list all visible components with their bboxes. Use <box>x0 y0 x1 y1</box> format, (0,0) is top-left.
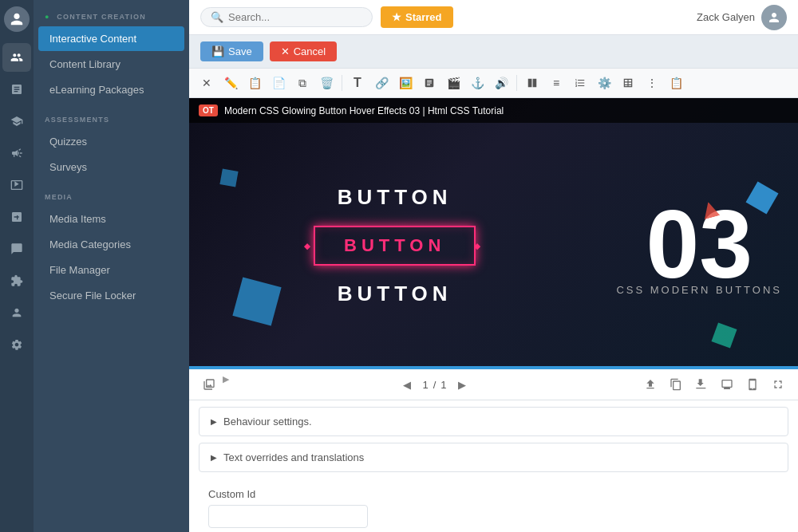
toolbar-btn-copy[interactable]: 📋 <box>243 72 266 94</box>
nav-icon-upload[interactable] <box>640 374 661 395</box>
toolbar-btn-table[interactable] <box>617 72 639 94</box>
toolbar-btn-menu[interactable]: ⋮ <box>641 72 663 94</box>
save-icon: 💾 <box>211 45 224 57</box>
sidebar-item-interactive-content[interactable]: Interactive Content <box>38 26 184 51</box>
toolbar-btn-edit[interactable]: ✏️ <box>219 72 242 94</box>
nav-page-info: ◀ 1 / 1 ▶ <box>397 374 472 395</box>
toolbar-btn-list-unordered[interactable]: ≡ <box>545 72 567 94</box>
ot-badge: OT <box>199 104 218 116</box>
rail-icon-megaphone[interactable] <box>2 139 31 167</box>
section-label-media: Media <box>34 180 189 206</box>
nav-icon-fullscreen[interactable] <box>768 374 788 395</box>
nav-prev-btn[interactable]: ◀ <box>397 374 417 395</box>
toolbar-btn-text[interactable]: T <box>346 72 369 94</box>
right-side: 03 CSS MODERN BUTTONS <box>584 196 782 296</box>
video-title-bar: OT Modern CSS Glowing Button Hover Effec… <box>189 98 798 123</box>
toolbar-btn-image[interactable]: 🖼️ <box>394 72 417 94</box>
nav-page-current: 1 <box>422 379 428 391</box>
toolbar-btn-delete[interactable]: 🗑️ <box>315 72 338 94</box>
star-icon: ★ <box>392 11 401 23</box>
toolbar-separator-2 <box>516 75 517 91</box>
behaviour-header[interactable]: ▶ Behaviour settings. <box>200 408 788 435</box>
toolbar-btn-columns[interactable] <box>521 72 543 94</box>
sidebar-item-media-categories[interactable]: Media Categories <box>38 232 184 257</box>
nav-page-total: 1 <box>440 379 446 391</box>
rail-icon-courses[interactable] <box>2 107 31 136</box>
nav-icon-tablet[interactable] <box>742 374 763 395</box>
toolbar-btn-link[interactable]: 🔗 <box>370 72 393 94</box>
rail-icon-person[interactable] <box>2 298 31 327</box>
css-label: CSS MODERN BUTTONS <box>616 284 782 296</box>
translations-section: ▶ Text overrides and translations <box>199 443 788 472</box>
sidebar-item-secure-file-locker[interactable]: Secure File Locker <box>38 283 184 308</box>
sidebar: ● Content Creation Interactive Content C… <box>34 0 189 532</box>
editor-toolbar: ✕ ✏️ 📋 📄 ⧉ 🗑️ T 🔗 🖼️ 🎬 ⚓ 🔊 ≡ ⚙️ <box>189 69 798 98</box>
user-avatar[interactable] <box>761 5 787 30</box>
shape-green <box>711 322 737 348</box>
cancel-button[interactable]: ✕ Cancel <box>270 41 337 61</box>
save-button[interactable]: 💾 Save <box>200 41 263 61</box>
user-info: Zack Galyen <box>697 5 787 30</box>
toolbar-btn-cross[interactable]: ✕ <box>196 72 218 94</box>
nav-icon-monitor[interactable] <box>717 374 737 395</box>
starred-button[interactable]: ★ Starred <box>381 6 453 28</box>
nav-right-icons <box>640 374 788 395</box>
action-bar: 💾 Save ✕ Cancel <box>189 35 798 69</box>
toolbar-btn-clipboard[interactable]: 📋 <box>665 72 687 94</box>
toolbar-btn-paste[interactable]: 📄 <box>267 72 290 94</box>
toolbar-btn-audio[interactable]: 🔊 <box>490 72 512 94</box>
demo-btn-outline: BUTTON <box>338 282 452 306</box>
custom-id-input[interactable] <box>208 505 368 528</box>
video-nav: ▶ ◀ 1 / 1 ▶ <box>189 369 798 400</box>
rail-icon-settings[interactable] <box>2 330 31 359</box>
section-label-assessments: Assessments <box>34 103 189 128</box>
user-avatar-small[interactable] <box>4 6 30 32</box>
behaviour-label: Behaviour settings. <box>223 416 312 428</box>
toolbar-separator-1 <box>342 75 342 91</box>
demo-btn-neon: BUTTON <box>314 226 476 266</box>
user-name: Zack Galyen <box>697 11 755 23</box>
custom-id-section: Custom Id <box>189 479 798 532</box>
nav-icon-screenshot[interactable] <box>199 374 219 395</box>
toolbar-btn-video[interactable]: 🎬 <box>442 72 464 94</box>
sidebar-item-surveys[interactable]: Surveys <box>38 155 184 179</box>
nav-icon-export[interactable] <box>691 374 712 395</box>
toolbar-btn-media-embed[interactable] <box>418 72 440 94</box>
section-label-content-creation: ● Content Creation <box>34 0 189 26</box>
editor-area: ✕ ✏️ 📋 📄 ⧉ 🗑️ T 🔗 🖼️ 🎬 ⚓ 🔊 ≡ ⚙️ <box>189 69 798 532</box>
toolbar-btn-duplicate[interactable]: ⧉ <box>291 72 314 94</box>
sidebar-item-quizzes[interactable]: Quizzes <box>38 129 184 154</box>
translations-header[interactable]: ▶ Text overrides and translations <box>200 443 788 471</box>
video-title-text: Modern CSS Glowing Button Hover Effects … <box>224 105 504 116</box>
video-content: BUTTON BUTTON BUTTON 03 CSS MODERN BUTTO… <box>189 122 798 369</box>
video-container: OT Modern CSS Glowing Button Hover Effec… <box>189 98 798 369</box>
selection-line <box>189 366 798 369</box>
search-box[interactable]: 🔍 <box>200 7 373 27</box>
translations-chevron: ▶ <box>211 453 217 462</box>
sidebar-item-content-library[interactable]: Content Library <box>38 52 184 77</box>
translations-label: Text overrides and translations <box>223 451 364 463</box>
nav-left-icons: ▶ <box>199 374 229 395</box>
demo-btn-plain: BUTTON <box>338 185 452 210</box>
custom-id-label: Custom Id <box>208 488 779 500</box>
behaviour-section: ▶ Behaviour settings. <box>199 407 788 436</box>
toolbar-btn-anchor[interactable]: ⚓ <box>466 72 488 94</box>
rail-icon-puzzle[interactable] <box>2 266 31 295</box>
rail-icon-media[interactable] <box>2 171 31 199</box>
big-number: 03 <box>646 196 752 292</box>
rail-icon-users[interactable] <box>2 43 31 72</box>
sidebar-item-elearning-packages[interactable]: eLearning Packages <box>38 77 184 102</box>
sidebar-item-media-items[interactable]: Media Items <box>38 207 184 231</box>
nav-page-sep: / <box>433 379 437 391</box>
nav-icon-caret: ▶ <box>223 374 229 395</box>
nav-icon-copy-slide[interactable] <box>666 374 686 395</box>
cancel-icon: ✕ <box>281 45 290 57</box>
search-input[interactable] <box>228 11 362 23</box>
toolbar-btn-list-ordered[interactable] <box>569 72 591 94</box>
rail-icon-chat[interactable] <box>2 234 31 263</box>
nav-next-btn[interactable]: ▶ <box>452 374 472 395</box>
sidebar-item-file-manager[interactable]: File Manager <box>38 258 184 282</box>
rail-icon-content[interactable] <box>2 75 31 104</box>
toolbar-btn-special[interactable]: ⚙️ <box>593 72 615 94</box>
rail-icon-analytics[interactable] <box>2 203 31 231</box>
